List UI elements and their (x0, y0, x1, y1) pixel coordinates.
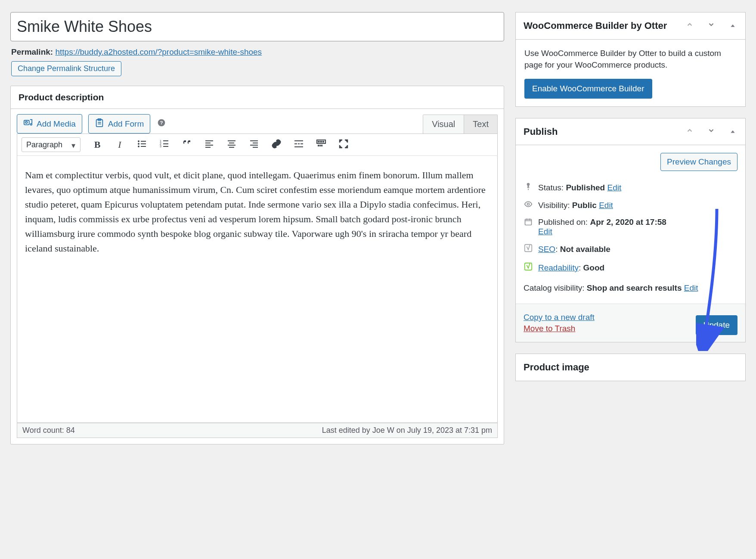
svg-rect-41 (321, 141, 322, 143)
blockquote-button[interactable] (181, 139, 192, 151)
chevron-up-icon[interactable] (685, 21, 694, 31)
published-row: Published on: Apr 2, 2020 at 17:58Edit (516, 214, 745, 240)
readability-row: Readability: Good (516, 258, 745, 277)
product-description-heading: Product description (19, 92, 104, 102)
form-clipboard-icon (95, 118, 104, 130)
seo-link[interactable]: SEO (538, 245, 555, 254)
woocommerce-builder-desc: Use WooCommerce Builder by Otter to buil… (524, 47, 737, 71)
svg-marker-47 (731, 130, 734, 133)
chevron-up-icon[interactable] (685, 127, 694, 137)
bold-button[interactable]: B (92, 139, 103, 150)
editor-toolbar: Paragraph B I 123 (17, 134, 498, 156)
product-title-input[interactable] (10, 12, 504, 41)
svg-rect-39 (318, 141, 319, 143)
align-right-button[interactable] (248, 139, 260, 151)
eye-icon (524, 200, 533, 211)
permalink-url-link[interactable]: https://buddy.a2hosted.com/?product=smik… (55, 47, 262, 56)
word-count: Word count: 84 (22, 426, 75, 435)
last-edited: Last edited by Joe W on July 19, 2023 at… (322, 426, 492, 435)
status-edit-link[interactable]: Edit (607, 183, 622, 192)
bullet-list-button[interactable] (136, 139, 148, 151)
add-media-label: Add Media (37, 119, 76, 129)
add-media-button[interactable]: Add Media (17, 114, 82, 134)
add-form-label: Add Form (108, 119, 144, 129)
publish-heading: Publish (524, 125, 558, 138)
seo-row: SEO: Not available (516, 240, 745, 258)
svg-marker-46 (731, 25, 734, 27)
svg-rect-33 (294, 140, 303, 141)
svg-rect-29 (250, 140, 258, 141)
readability-link[interactable]: Readability (538, 263, 579, 272)
permalink-row: Permalink: https://buddy.a2hosted.com/?p… (11, 47, 504, 57)
move-to-trash-link[interactable]: Move to Trash (524, 324, 595, 333)
product-image-heading: Product image (524, 361, 589, 374)
svg-rect-16 (163, 140, 168, 141)
svg-rect-34 (294, 143, 297, 144)
align-left-button[interactable] (204, 139, 215, 151)
fullscreen-button[interactable] (338, 139, 349, 151)
change-permalink-button[interactable]: Change Permalink Structure (11, 61, 121, 76)
status-row: Status: Published Edit (516, 179, 745, 196)
svg-rect-25 (228, 140, 235, 141)
svg-text:?: ? (160, 120, 163, 125)
svg-rect-31 (250, 145, 258, 146)
svg-rect-53 (525, 245, 532, 252)
format-select[interactable]: Paragraph (22, 137, 81, 152)
editor-content[interactable]: Nam et complectitur verbis, quod vult, e… (17, 156, 498, 423)
toggle-triangle-icon[interactable] (728, 21, 737, 31)
svg-point-1 (25, 121, 28, 124)
svg-rect-43 (318, 145, 319, 146)
chevron-down-icon[interactable] (706, 21, 716, 31)
svg-rect-40 (319, 141, 321, 143)
published-edit-link[interactable]: Edit (538, 227, 552, 236)
svg-rect-49 (525, 220, 532, 225)
preview-changes-button[interactable]: Preview Changes (660, 153, 737, 171)
tab-text[interactable]: Text (464, 115, 497, 134)
calendar-icon (524, 217, 533, 228)
svg-rect-30 (253, 143, 258, 143)
catalog-edit-link[interactable]: Edit (684, 283, 698, 292)
svg-rect-32 (253, 147, 258, 148)
svg-rect-20 (163, 146, 168, 147)
svg-rect-24 (205, 147, 211, 148)
enable-woocommerce-builder-button[interactable]: Enable WooCommerce Builder (524, 79, 652, 99)
yoast-readability-icon (524, 262, 533, 273)
align-center-button[interactable] (226, 139, 237, 151)
numbered-list-button[interactable]: 123 (159, 139, 170, 151)
chevron-down-icon[interactable] (706, 127, 716, 137)
svg-rect-26 (229, 143, 234, 143)
help-icon[interactable]: ? (157, 118, 166, 129)
svg-point-11 (138, 143, 139, 145)
link-button[interactable] (271, 139, 282, 151)
woocommerce-builder-heading: WooCommerce Builder by Otter (524, 19, 667, 32)
publish-box: Publish Preview Changes Status: Publishe… (515, 118, 746, 342)
camera-music-icon (23, 118, 33, 130)
woocommerce-builder-box: WooCommerce Builder by Otter Use WooComm… (515, 12, 746, 107)
catalog-visibility-row: Catalog visibility: Shop and search resu… (516, 277, 745, 304)
update-button[interactable]: Update (696, 315, 737, 335)
svg-rect-42 (323, 141, 324, 143)
svg-rect-21 (205, 140, 213, 141)
italic-button[interactable]: I (114, 139, 125, 150)
svg-rect-45 (321, 145, 322, 146)
svg-rect-14 (141, 146, 146, 147)
product-description-box: Product description Add Media Add Form ? (10, 86, 504, 444)
svg-rect-10 (141, 141, 146, 142)
permalink-label: Permalink: (11, 47, 53, 56)
tab-visual[interactable]: Visual (423, 115, 464, 134)
svg-rect-54 (525, 263, 532, 270)
svg-point-48 (527, 203, 530, 205)
svg-rect-12 (141, 143, 146, 144)
visibility-edit-link[interactable]: Edit (599, 201, 613, 210)
yoast-seo-icon (524, 243, 533, 255)
add-form-button[interactable]: Add Form (88, 114, 150, 134)
copy-draft-link[interactable]: Copy to a new draft (524, 313, 595, 322)
svg-rect-36 (301, 143, 303, 144)
svg-rect-27 (228, 145, 235, 146)
svg-rect-28 (229, 147, 234, 148)
pin-icon (524, 182, 533, 193)
toolbar-toggle-button[interactable] (316, 139, 327, 151)
read-more-button[interactable] (293, 139, 304, 151)
svg-point-2 (31, 124, 32, 125)
toggle-triangle-icon[interactable] (728, 127, 737, 137)
